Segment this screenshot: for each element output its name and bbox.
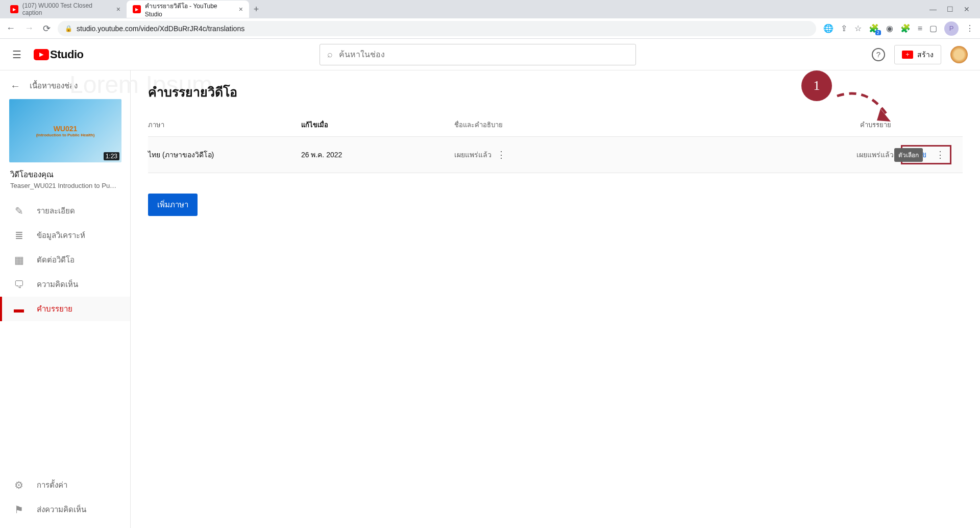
- add-language-button[interactable]: เพิ่มภาษา: [148, 194, 198, 216]
- sidebar-item-label: ความคิดเห็น: [37, 278, 78, 291]
- address-bar-row: ← → ⟳ 🔒 studio.youtube.com/video/XdDBuRr…: [0, 18, 980, 39]
- cell-modified: 26 พ.ค. 2022: [301, 149, 454, 160]
- channel-content-label: เนื้อหาของช่อง: [30, 80, 78, 92]
- pencil-icon: ✎: [13, 205, 24, 217]
- table-row[interactable]: ไทย (ภาษาของวิดีโอ) 26 พ.ค. 2022 เผยแพร่…: [148, 137, 963, 173]
- sidebar-item-editor[interactable]: ▦ ตัดต่อวิดีโอ: [0, 248, 130, 272]
- sidebar-item-label: คำบรรยาย: [37, 303, 72, 315]
- extensions-menu-icon[interactable]: 🧩: [900, 23, 911, 33]
- search-icon: ⌕: [327, 49, 333, 60]
- extension-icon[interactable]: 🧩: [869, 23, 879, 33]
- lock-icon: 🔒: [65, 25, 72, 32]
- tab-title: คำบรรยายวิดีโอ - YouTube Studio: [145, 1, 235, 18]
- account-avatar[interactable]: [950, 46, 968, 63]
- column-modified[interactable]: แก้ไขเมื่อ: [301, 119, 454, 130]
- address-bar[interactable]: 🔒 studio.youtube.com/video/XdDBuRrJR4c/t…: [58, 21, 816, 36]
- sidebar: ← เนื้อหาของช่อง WU021 (Introduction to …: [0, 70, 131, 528]
- tab-strip: (107) WU000 Test Closed caption × คำบรรย…: [0, 0, 980, 18]
- comments-icon: 🗨: [13, 279, 24, 291]
- create-button[interactable]: ＋ สร้าง: [894, 45, 941, 64]
- youtube-icon: [34, 49, 49, 60]
- duration-badge: 1:23: [104, 152, 119, 160]
- main-content: Lorem Ipsum คำบรรยายวิดีโอ ภาษา แก้ไขเมื…: [131, 70, 980, 528]
- new-tab-button[interactable]: +: [249, 2, 263, 16]
- browser-chrome: (107) WU000 Test Closed caption × คำบรรย…: [0, 0, 980, 39]
- subtitles-status: เผยแพร่แล้ว: [856, 149, 894, 160]
- sidebar-item-label: ข้อมูลวิเคราะห์: [37, 229, 85, 242]
- search-input[interactable]: [339, 50, 628, 59]
- cell-language: ไทย (ภาษาของวิดีโอ): [148, 149, 301, 160]
- search-box[interactable]: ⌕: [320, 44, 636, 65]
- back-icon[interactable]: ←: [6, 23, 15, 34]
- sidebar-item-analytics[interactable]: ≣ ข้อมูลวิเคราะห์: [0, 223, 130, 248]
- video-title-text: Teaser_WU021 Introduction to Publi...: [0, 182, 130, 199]
- url-text: studio.youtube.com/video/XdDBuRrJR4c/tra…: [77, 25, 244, 33]
- kebab-menu-icon[interactable]: ⋮: [966, 23, 974, 33]
- window-controls: — ☐ ✕: [929, 5, 976, 13]
- page-title: คำบรรยายวิดีโอ: [148, 82, 963, 102]
- side-panel-icon[interactable]: ▢: [929, 23, 937, 33]
- column-language: ภาษา: [148, 119, 301, 130]
- sidebar-item-feedback[interactable]: ⚑ ส่งความคิดเห็น: [0, 497, 130, 522]
- video-thumbnail[interactable]: WU021 (Introduction to Public Health) 1:…: [9, 99, 121, 162]
- sidebar-item-label: ส่งความคิดเห็น: [37, 503, 86, 516]
- app-header: ☰ Studio ⌕ ? ＋ สร้าง: [0, 39, 980, 70]
- sidebar-item-settings[interactable]: ⚙ การตั้งค่า: [0, 473, 130, 497]
- options-tooltip: ตัวเลือก: [894, 148, 923, 162]
- close-window-icon[interactable]: ✕: [964, 5, 970, 13]
- feedback-icon: ⚑: [13, 503, 24, 516]
- maximize-icon[interactable]: ☐: [947, 5, 953, 13]
- sidebar-item-label: ตัดต่อวิดีโอ: [37, 254, 75, 266]
- minimize-icon[interactable]: —: [929, 5, 937, 13]
- column-title-desc: ชื่อและคำอธิบาย: [454, 119, 607, 130]
- tab-title: (107) WU000 Test Closed caption: [22, 2, 112, 16]
- sidebar-item-subtitles[interactable]: ▬ คำบรรยาย: [0, 297, 130, 321]
- share-icon[interactable]: ⇪: [841, 23, 847, 33]
- youtube-favicon: [133, 5, 141, 13]
- youtube-studio-logo[interactable]: Studio: [34, 48, 83, 61]
- profile-avatar[interactable]: P: [944, 21, 959, 36]
- browser-tab-inactive[interactable]: (107) WU000 Test Closed caption ×: [4, 1, 127, 18]
- back-arrow-icon[interactable]: ←: [10, 80, 20, 92]
- sidebar-item-comments[interactable]: 🗨 ความคิดเห็น: [0, 272, 130, 297]
- forward-icon[interactable]: →: [24, 23, 34, 34]
- browser-tab-active[interactable]: คำบรรยายวิดีโอ - YouTube Studio ×: [127, 1, 249, 18]
- studio-label: Studio: [50, 48, 83, 61]
- sidebar-item-label: รายละเอียด: [37, 205, 75, 217]
- tab-close-icon[interactable]: ×: [239, 5, 243, 13]
- reading-list-icon[interactable]: ≡: [918, 24, 922, 33]
- create-video-icon: ＋: [902, 51, 913, 59]
- tab-close-icon[interactable]: ×: [116, 5, 120, 13]
- hamburger-icon[interactable]: ☰: [12, 49, 21, 61]
- cell-title-status: เผยแพร่แล้ว ⋮: [454, 149, 607, 160]
- subtitles-icon: ▬: [13, 303, 24, 315]
- options-kebab-icon[interactable]: ⋮: [936, 149, 945, 160]
- kebab-icon[interactable]: ⋮: [497, 149, 506, 160]
- column-subtitles: คำบรรยาย: [607, 119, 963, 130]
- gear-icon: ⚙: [13, 479, 24, 491]
- create-label: สร้าง: [917, 49, 934, 60]
- sidebar-item-details[interactable]: ✎ รายละเอียด: [0, 199, 130, 223]
- help-icon[interactable]: ?: [872, 48, 885, 61]
- reload-icon[interactable]: ⟳: [43, 23, 51, 34]
- editor-icon: ▦: [13, 254, 24, 266]
- languages-table: ภาษา แก้ไขเมื่อ ชื่อและคำอธิบาย คำบรรยาย…: [148, 113, 963, 173]
- bookmark-icon[interactable]: ☆: [854, 23, 862, 33]
- table-header: ภาษา แก้ไขเมื่อ ชื่อและคำอธิบาย คำบรรยาย: [148, 113, 963, 137]
- youtube-favicon: [10, 5, 18, 13]
- your-video-heading: วิดีโอของคุณ: [0, 162, 130, 182]
- extension-icon[interactable]: ◉: [886, 23, 893, 33]
- translate-icon[interactable]: 🌐: [823, 23, 834, 33]
- sidebar-item-label: การตั้งค่า: [37, 479, 67, 491]
- analytics-icon: ≣: [13, 229, 24, 242]
